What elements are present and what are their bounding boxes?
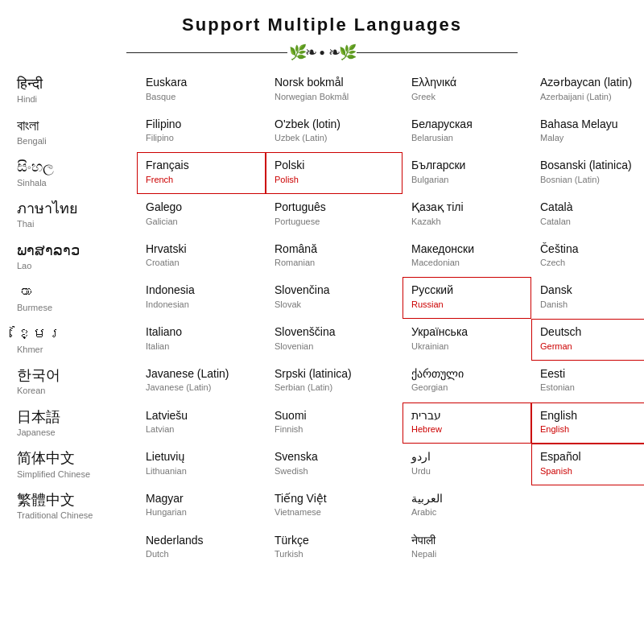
language-cell[interactable]: RomânăRomanian <box>266 236 402 278</box>
language-english-name: Basque <box>146 91 258 102</box>
language-native-name: Magyar <box>146 491 258 507</box>
language-cell[interactable]: O'zbek (lotin)Uzbek (Latin) <box>266 111 402 153</box>
language-cell[interactable]: HrvatskiCroatian <box>137 236 266 278</box>
language-native-name: Latviešu <box>146 408 258 424</box>
language-native-name: Bahasa Melayu <box>540 117 644 133</box>
language-native-name: Українська <box>411 324 524 341</box>
language-cell[interactable]: MagyarHungarian <box>137 485 266 527</box>
language-cell[interactable]: DeutschGerman <box>531 319 644 361</box>
language-cell[interactable]: EuskaraBasque <box>137 69 266 111</box>
language-cell[interactable]: GalegoGalician <box>137 194 266 236</box>
language-english-name: Malay <box>540 132 644 143</box>
language-cell[interactable]: বাংলাBengali <box>8 111 137 153</box>
language-cell[interactable] <box>531 485 644 527</box>
language-cell[interactable]: Tiếng ViệtVietnamese <box>266 485 402 527</box>
language-english-name: Uzbek (Latin) <box>275 132 395 143</box>
language-cell[interactable]: УкраїнськаUkrainian <box>402 319 531 361</box>
language-cell[interactable]: PolskiPolish <box>266 152 402 194</box>
language-english-name: Bengali <box>17 135 130 147</box>
language-cell[interactable]: Srpski (latinica)Serbian (Latin) <box>266 361 402 402</box>
language-native-name: Català <box>540 200 644 216</box>
language-cell[interactable]: EspañolSpanish <box>531 444 644 485</box>
language-english-name: Thai <box>17 218 130 229</box>
language-cell[interactable]: 한국어Korean <box>8 361 137 402</box>
language-english-name: Lithuanian <box>146 465 258 477</box>
language-native-name: हिन्दी <box>17 75 130 93</box>
language-cell[interactable]: ພາສາລາວLao <box>8 236 137 278</box>
language-english-name: Hindi <box>17 93 130 105</box>
language-english-name: German <box>540 341 644 352</box>
decorative-divider: 🌿❧ ● ❧🌿 <box>0 40 644 69</box>
language-english-name: Spanish <box>540 465 644 477</box>
language-native-name: ထာ <box>17 283 130 301</box>
language-cell[interactable]: PortuguêsPortuguese <box>266 194 402 236</box>
language-cell[interactable]: Azərbaycan (latin)Azerbaijani (Latin) <box>531 69 644 111</box>
language-cell[interactable]: ČeštinaCzech <box>531 236 644 278</box>
language-cell[interactable]: IndonesiaIndonesian <box>137 277 266 319</box>
language-english-name: Lao <box>17 260 130 271</box>
language-native-name: Norsk bokmål <box>275 75 395 91</box>
language-cell[interactable]: EestiEstonian <box>531 361 644 402</box>
language-cell[interactable]: Қазақ тіліKazakh <box>402 194 531 236</box>
language-english-name: English <box>540 423 644 435</box>
language-cell[interactable]: БългарскиBulgarian <box>402 152 531 194</box>
language-cell[interactable]: Bahasa MelayuMalay <box>531 111 644 153</box>
language-english-name: Galician <box>146 216 258 227</box>
language-native-name: Eesti <box>540 366 644 382</box>
language-native-name: বাংলা <box>17 117 130 135</box>
language-cell[interactable]: ภาษาไทยThai <box>8 194 137 236</box>
language-cell[interactable]: FilipinoFilipino <box>137 111 266 153</box>
language-cell[interactable]: CatalàCatalan <box>531 194 644 236</box>
language-native-name: Galego <box>146 200 258 216</box>
language-cell[interactable]: Javanese (Latin)Javanese (Latin) <box>137 361 266 402</box>
language-cell[interactable]: नेपालीNepali <box>402 527 531 566</box>
language-english-name: Kazakh <box>411 216 524 227</box>
language-cell[interactable]: Norsk bokmålNorwegian Bokmål <box>266 69 402 111</box>
language-cell[interactable]: 日本語Japanese <box>8 402 137 444</box>
language-cell[interactable]: МакедонскиMacedonian <box>402 236 531 278</box>
language-cell[interactable]: БеларускаяBelarusian <box>402 111 531 153</box>
language-english-name: Hungarian <box>146 506 258 518</box>
language-native-name: العربية <box>411 491 524 507</box>
language-cell[interactable]: LietuviųLithuanian <box>137 444 266 485</box>
language-cell[interactable]: FrançaisFrench <box>137 152 266 194</box>
language-cell[interactable]: हिन्दीHindi <box>8 69 137 111</box>
language-cell[interactable]: 简体中文Simplified Chinese <box>8 444 137 485</box>
language-english-name: Danish <box>540 299 644 310</box>
ornament-right: ❧🌿 <box>328 43 355 61</box>
language-cell[interactable]: DanskDanish <box>531 277 644 319</box>
language-cell[interactable]: SuomiFinnish <box>266 402 402 444</box>
language-cell[interactable] <box>8 527 137 566</box>
language-cell[interactable]: SlovenčinaSlovak <box>266 277 402 319</box>
language-cell[interactable]: SlovenščinaSlovenian <box>266 319 402 361</box>
language-english-name: Turkish <box>275 548 395 559</box>
language-cell[interactable]: اردوUrdu <box>402 444 531 485</box>
language-cell[interactable] <box>531 527 644 566</box>
language-cell[interactable]: LatviešuLatvian <box>137 402 266 444</box>
language-cell[interactable]: ItalianoItalian <box>137 319 266 361</box>
language-english-name: Hebrew <box>411 423 524 435</box>
language-cell[interactable]: Bosanski (latinica)Bosnian (Latin) <box>531 152 644 194</box>
language-english-name: Macedonian <box>411 257 524 268</box>
language-cell[interactable]: ထာBurmese <box>8 277 137 319</box>
language-cell[interactable]: ქართულიGeorgian <box>402 361 531 402</box>
language-native-name: සිංහල <box>17 158 130 176</box>
language-cell[interactable]: العربيةArabic <box>402 485 531 527</box>
language-english-name: Romanian <box>275 257 395 268</box>
language-cell[interactable]: EnglishEnglish <box>531 402 644 444</box>
language-native-name: Hrvatski <box>146 242 258 258</box>
language-cell[interactable]: NederlandsDutch <box>137 527 266 566</box>
language-cell[interactable]: РусскийRussian <box>402 277 531 319</box>
language-cell[interactable]: ខ្មែរKhmer <box>8 319 137 361</box>
language-english-name: Slovak <box>275 299 395 310</box>
language-cell[interactable]: 繁體中文Traditional Chinese <box>8 485 137 527</box>
language-english-name: Korean <box>17 385 130 396</box>
language-native-name: Javanese (Latin) <box>146 366 258 382</box>
language-cell[interactable]: עבריתHebrew <box>402 402 531 444</box>
language-cell[interactable]: සිංහලSinhala <box>8 152 137 194</box>
language-cell[interactable]: ΕλληνικάGreek <box>402 69 531 111</box>
language-english-name: French <box>146 174 258 185</box>
language-native-name: Беларуская <box>411 117 524 133</box>
language-cell[interactable]: SvenskaSwedish <box>266 444 402 485</box>
language-cell[interactable]: TürkçeTurkish <box>266 527 402 566</box>
